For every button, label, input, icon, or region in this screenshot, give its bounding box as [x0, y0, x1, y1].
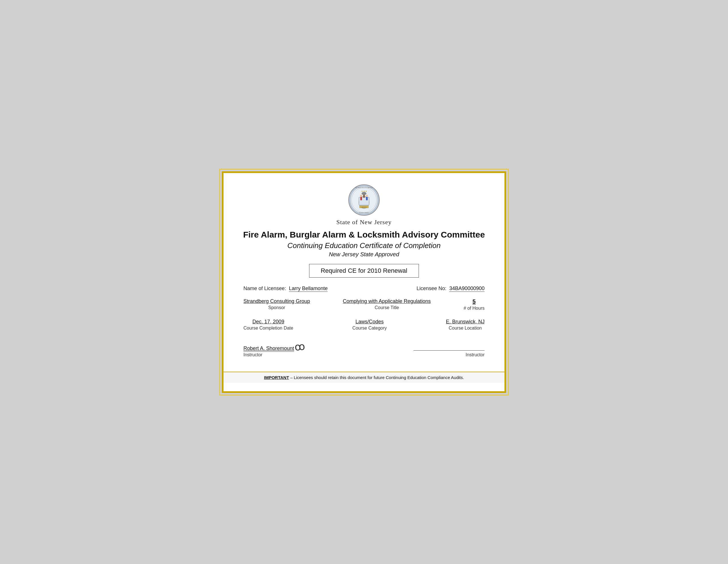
certificate-page: ✦✦✦ THE GREAT SEAL OF THE STATE OF NEW J… — [222, 171, 506, 393]
instructor1-name-area: Robert A. Shoremount ꝏ — [243, 341, 305, 352]
instructor1-signature-scrawl: ꝏ — [294, 341, 306, 352]
sponsor-label: Sponsor — [268, 305, 285, 310]
hours-value: 5 — [473, 298, 476, 305]
course-title-label: Course Title — [375, 305, 399, 310]
svg-rect-9 — [363, 195, 365, 198]
date-col: Dec. 17, 2009 Course Completion Date — [243, 319, 293, 331]
sponsor-value: Strandberg Consulting Group — [243, 298, 310, 304]
nj-approved: New Jersey State Approved — [329, 251, 399, 258]
course-title-col: Complying with Applicable Regulations Co… — [343, 298, 431, 310]
nj-state-seal: ✦✦✦ THE GREAT SEAL OF THE STATE OF NEW J… — [348, 185, 380, 216]
date-label: Course Completion Date — [243, 325, 293, 331]
svg-text:THE GREAT SEAL OF THE STATE: THE GREAT SEAL OF THE STATE — [354, 187, 374, 188]
seal-container: ✦✦✦ THE GREAT SEAL OF THE STATE OF NEW J… — [348, 185, 380, 216]
instructor1-name: Robert A. Shoremount — [243, 345, 294, 352]
date-value: Dec. 17, 2009 — [253, 319, 284, 325]
licensee-no-group: Licensee No: 34BA90000900 — [417, 285, 485, 291]
licensee-label: Name of Licensee: — [243, 285, 286, 291]
important-text: – Licensees should retain this document … — [289, 375, 464, 380]
instructor2-sig: Instructor — [413, 350, 485, 357]
svg-point-4 — [360, 195, 362, 197]
sponsor-col: Strandberg Consulting Group Sponsor — [243, 298, 310, 310]
svg-rect-5 — [360, 197, 362, 200]
course-title-value: Complying with Applicable Regulations — [343, 298, 431, 304]
licensee-name-value: Larry Bellamonte — [289, 285, 328, 292]
svg-text:LIBERTY: LIBERTY — [361, 206, 367, 208]
svg-point-6 — [366, 195, 368, 197]
instructor1-label: Instructor — [243, 352, 262, 357]
licensee-no-value: 34BA90000900 — [449, 285, 485, 292]
svg-rect-7 — [366, 197, 368, 200]
instructor2-label: Instructor — [466, 352, 485, 357]
hours-label: # of Hours — [464, 306, 485, 311]
licensee-row: Name of Licensee: Larry Bellamonte Licen… — [241, 285, 487, 291]
important-bar: IMPORTANT – Licensees should retain this… — [224, 372, 504, 383]
category-label: Course Category — [352, 325, 387, 331]
required-ce-box: Required CE for 2010 Renewal — [309, 264, 419, 278]
committee-title: Fire Alarm, Burglar Alarm & Locksmith Ad… — [243, 230, 485, 240]
category-value: Laws/Codes — [355, 319, 384, 325]
sponsor-course-row: Strandberg Consulting Group Sponsor Comp… — [241, 298, 487, 311]
cert-subtitle: Continuing Education Certificate of Comp… — [287, 241, 440, 250]
svg-point-13 — [362, 192, 366, 195]
location-label: Course Location — [449, 325, 482, 331]
location-col: E. Brunswick, NJ Course Location — [446, 319, 485, 331]
signature-row: Robert A. Shoremount ꝏ Instructor Instru… — [241, 341, 487, 357]
hours-col: 5 # of Hours — [464, 298, 485, 311]
svg-text:OF NEW JERSEY: OF NEW JERSEY — [359, 212, 369, 214]
location-value: E. Brunswick, NJ — [446, 319, 485, 325]
licensee-name-group: Name of Licensee: Larry Bellamonte — [243, 285, 328, 291]
instructor1-sig: Robert A. Shoremount ꝏ Instructor — [243, 341, 305, 357]
licensee-no-label: Licensee No: — [417, 285, 446, 291]
important-word: IMPORTANT — [264, 375, 289, 380]
date-category-row: Dec. 17, 2009 Course Completion Date Law… — [241, 319, 487, 331]
category-col: Laws/Codes Course Category — [352, 319, 387, 331]
state-title: State of New Jersey — [336, 219, 392, 226]
